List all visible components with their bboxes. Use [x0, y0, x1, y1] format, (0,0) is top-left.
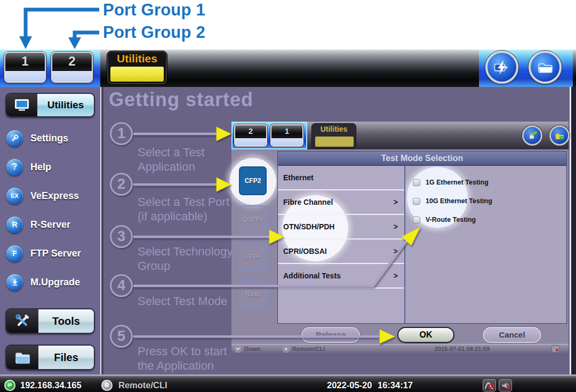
port-group-1-label: 1 [5, 53, 45, 71]
radio-icon [413, 198, 420, 205]
mini-port-rj45: RJ45 [239, 280, 267, 309]
sidebar-item-settings[interactable]: Settings [6, 129, 97, 148]
ok-button: OK [397, 327, 454, 343]
veex-tester-screen: Port Group 1 Port Group 2 1 2 Utilities [0, 0, 576, 392]
tools-button-label: Tools [38, 309, 94, 333]
mini-port-group-area: 2 1 [231, 122, 307, 149]
mini-remote-badge: R [283, 346, 290, 353]
remote-mode-label: Remote/CLI [118, 380, 167, 390]
speaker-alert-icon[interactable] [499, 379, 512, 391]
menu-item-additional-tests: Additional Tests> [278, 264, 404, 289]
sidebar-item-ftp-server-label: FTP Server [30, 248, 81, 259]
datetime: 2022-05-20 16:34:17 [327, 380, 413, 390]
tab-utilities-highlight [110, 67, 164, 82]
mini-power-eco-icon [522, 125, 542, 146]
port-group-arrowheads [19, 36, 81, 49]
sidebar-item-m-upgrade-label: M.Upgrade [30, 277, 80, 288]
sidebar-item-settings-label: Settings [30, 133, 68, 144]
mini-remote-label: Remote/CLI [292, 346, 325, 352]
technology-menu: Ethernet Fibre Channel> OTN/SDH/PDH> CPR… [278, 166, 404, 323]
sidebar-item-veexpress-label: VeExpress [30, 190, 79, 202]
sidebar-item-r-server-label: R-Server [30, 219, 70, 230]
menu-item-ethernet: Ethernet [278, 166, 404, 190]
menu-item-fibre-channel: Fibre Channel> [278, 190, 404, 215]
test-mode-dialog: Ethernet Fibre Channel> OTN/SDH/PDH> CPR… [277, 165, 567, 324]
files-button[interactable]: Files [5, 345, 95, 370]
mini-status-bar: IP Down R Remote/CLI 2015-07-01 08:21:59 [231, 344, 569, 353]
step-2-label: Select a Test Port (if applicable) [138, 195, 239, 224]
sidebar-item-help-label: Help [30, 162, 51, 173]
step-5-label: Press OK to start the Application [138, 344, 239, 373]
port-group-1-button[interactable]: 1 [4, 52, 46, 83]
test-mode-options: 1G Ethernet Testing 10G Ethernet Testing… [405, 166, 566, 323]
mini-datetime: 2015-07-01 08:21:59 [435, 346, 490, 352]
ex-sphere-icon: EX [6, 188, 23, 204]
files-folder-icon [6, 346, 38, 369]
step-1-label: Select a Test Application [138, 145, 239, 174]
dialog-title: Test Mode Selection [277, 151, 567, 165]
step-2-number: 2 [110, 173, 133, 196]
ip-address: 192.168.34.165 [20, 380, 82, 390]
folder-icon[interactable] [529, 51, 562, 84]
mini-port-cfp2: CFP2 [239, 166, 267, 195]
mini-ip-status: Down [244, 346, 260, 352]
menu-item-otn-sdh-pdh: OTN/SDH/PDH> [278, 215, 404, 239]
option-1g-ethernet: 1G Ethernet Testing [413, 177, 489, 188]
mini-port-group-2-button: 2 [234, 124, 267, 147]
wrench-sphere-icon [6, 130, 23, 147]
mini-port-sfp: SFP+ [239, 243, 267, 271]
ip-badge-icon: IP [4, 380, 15, 391]
status-bar: IP 192.168.34.165 R Remote/CLI 2022-05-2… [0, 374, 576, 392]
tab-utilities[interactable]: Utilities [107, 51, 167, 85]
tools-button[interactable]: Tools [5, 308, 95, 334]
mini-files-icon [549, 125, 570, 146]
mini-tab-utilities: Utilities [311, 123, 356, 149]
sidebar-item-help[interactable]: ? Help [6, 157, 97, 177]
mini-port-qsfp: QSFP+ [239, 205, 267, 234]
f-sphere-icon: F [6, 245, 23, 262]
cancel-button: Cancel [483, 327, 541, 343]
sidebar-item-m-upgrade[interactable]: M.Upgrade [6, 273, 97, 292]
port-group-1-annotation: Port Group 1 [103, 1, 205, 20]
step-1-number: 1 [110, 122, 133, 145]
remote-badge-icon: R [101, 380, 113, 391]
port-group-callout-arrows [26, 10, 99, 38]
monitor-icon [6, 94, 37, 116]
menu-item-cpri-obsai: CPRI/OBSAI> [278, 239, 404, 264]
page-title: Getting started [109, 89, 253, 111]
sidebar-item-ftp-server[interactable]: F FTP Server [6, 244, 97, 263]
sidebar-item-utilities[interactable]: Utilities [5, 93, 95, 117]
r-sphere-icon: R [6, 217, 23, 233]
tab-utilities-label: Utilities [107, 52, 167, 65]
option-10g-ethernet: 10G Ethernet Testing [413, 195, 492, 207]
tutorial-screenshot: 2 1 Utilities Test Por [231, 122, 569, 353]
mini-port-group-1-button: 1 [270, 124, 303, 147]
tools-icon [6, 309, 38, 333]
step-3-number: 3 [110, 225, 133, 248]
sidebar-item-veexpress[interactable]: EX VeExpress [6, 186, 97, 205]
radio-icon [413, 179, 420, 186]
step-4-number: 4 [110, 274, 133, 297]
download-sphere-icon [6, 274, 23, 291]
files-button-label: Files [38, 346, 94, 369]
sidebar-item-r-server[interactable]: R R-Server [6, 215, 97, 234]
mini-ip-badge: IP [235, 346, 242, 353]
histogram-disabled-icon[interactable] [483, 379, 496, 391]
header-right-area [479, 50, 573, 87]
question-sphere-icon: ? [6, 159, 23, 175]
battery-power-icon[interactable] [485, 51, 518, 84]
radio-icon [413, 217, 420, 223]
step-5-number: 5 [110, 325, 133, 348]
release-button: Release [301, 327, 360, 343]
port-group-area: 1 2 [0, 50, 100, 87]
step-4-label: Select Test Mode [138, 294, 239, 308]
port-group-2-annotation: Port Group 2 [103, 23, 205, 42]
mini-status-icon [551, 345, 559, 353]
sidebar-item-utilities-label: Utilities [37, 94, 94, 116]
step-3-label: Select Technology Group [138, 244, 239, 274]
port-group-2-label: 2 [52, 53, 92, 71]
port-group-2-button[interactable]: 2 [51, 52, 93, 83]
option-v-route: V-Route Testing [413, 214, 476, 226]
